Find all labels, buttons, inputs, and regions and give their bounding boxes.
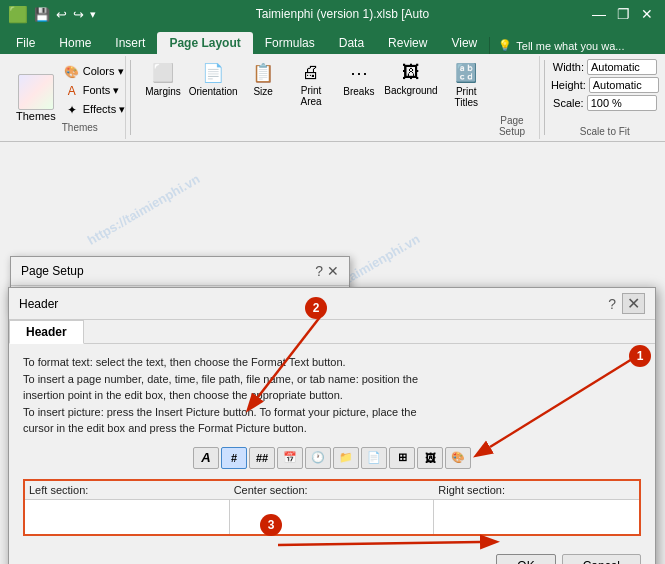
annotation-circle-2: 2: [305, 297, 327, 319]
header-tab[interactable]: Header: [9, 320, 84, 344]
themes-sub-items: 🎨 Colors ▾ A Fonts ▾ ✦ Effects ▾ Themes: [62, 63, 127, 133]
insert-page-number-button[interactable]: #: [221, 447, 247, 469]
colors-button[interactable]: 🎨 Colors ▾: [62, 63, 126, 81]
instruction-line-2: To insert a page number, date, time, fil…: [23, 371, 641, 388]
insert-pages-button[interactable]: ##: [249, 447, 275, 469]
width-row: Width:: [553, 59, 657, 75]
size-label: Size: [253, 86, 272, 97]
margins-label: Margins: [145, 86, 181, 97]
page-setup-buttons: ⬜ Margins 📄 Orientation 📋 Size 🖨 Print A…: [141, 58, 491, 112]
instruction-line-3: insertion point in the edit box, then ch…: [23, 387, 641, 404]
background-label: Background: [384, 85, 437, 96]
format-text-button[interactable]: A: [193, 447, 219, 469]
themes-icon: [18, 74, 54, 110]
effects-button[interactable]: ✦ Effects ▾: [62, 101, 127, 119]
page-setup-help-icon[interactable]: ?: [315, 263, 323, 279]
width-input[interactable]: [587, 59, 657, 75]
tab-review[interactable]: Review: [376, 32, 439, 54]
right-section: Right section:: [434, 481, 639, 534]
header-instructions: To format text: select the text, then ch…: [23, 354, 641, 437]
header-close-icon[interactable]: ✕: [622, 293, 645, 314]
annotation-circle-1: 1: [629, 345, 651, 367]
instruction-line-4: To insert picture: press the Insert Pict…: [23, 404, 641, 421]
format-picture-button[interactable]: 🎨: [445, 447, 471, 469]
window-controls: — ❐ ✕: [589, 6, 657, 22]
left-section-label: Left section:: [25, 481, 230, 499]
insert-tabname-button[interactable]: ⊞: [389, 447, 415, 469]
minimize-button[interactable]: —: [589, 6, 609, 22]
instruction-line-5: cursor in the edit box and press the For…: [23, 420, 641, 437]
time-icon: 🕐: [311, 451, 325, 464]
watermark-1: https://taimienphi.vn: [85, 171, 203, 248]
fonts-button[interactable]: A Fonts ▾: [62, 82, 122, 100]
orientation-button[interactable]: 📄 Orientation: [187, 58, 239, 112]
height-row: Height:: [551, 77, 659, 93]
scale-input[interactable]: [587, 95, 657, 111]
dialog-buttons: OK Cancel: [9, 546, 655, 565]
fonts-icon: A: [64, 83, 80, 99]
print-titles-icon: 🔡: [455, 62, 477, 84]
height-label: Height:: [551, 79, 586, 91]
tab-home[interactable]: Home: [47, 32, 103, 54]
lightbulb-icon: 💡: [498, 39, 512, 52]
margins-button[interactable]: ⬜ Margins: [141, 58, 185, 112]
height-input[interactable]: [589, 77, 659, 93]
page-setup-close-icon[interactable]: ✕: [327, 263, 339, 279]
left-section: Left section:: [25, 481, 230, 534]
page-setup-title-icons: ? ✕: [315, 263, 339, 279]
print-titles-button[interactable]: 🔡 Print Titles: [441, 58, 491, 112]
date-icon: 📅: [283, 451, 297, 464]
effects-icon: ✦: [64, 102, 80, 118]
insert-filename-button[interactable]: 📄: [361, 447, 387, 469]
save-icon[interactable]: 💾: [34, 7, 50, 22]
redo-icon[interactable]: ↪: [73, 7, 84, 22]
print-titles-label: Print Titles: [445, 86, 487, 108]
insert-filepath-button[interactable]: 📁: [333, 447, 359, 469]
close-button[interactable]: ✕: [637, 6, 657, 22]
background-button[interactable]: 🖼 Background: [383, 58, 439, 112]
insert-picture-button[interactable]: 🖼: [417, 447, 443, 469]
themes-button[interactable]: Themes: [10, 70, 62, 126]
tabname-icon: ⊞: [398, 451, 407, 464]
size-button[interactable]: 📋 Size: [241, 58, 285, 112]
undo-icon[interactable]: ↩: [56, 7, 67, 22]
ok-button[interactable]: OK: [496, 554, 555, 565]
breaks-button[interactable]: ⋯ Breaks: [337, 58, 381, 112]
divider-1: [130, 60, 131, 135]
title-bar: 🟩 💾 ↩ ↪ ▾ Taimienphi (version 1).xlsb [A…: [0, 0, 665, 28]
header-dialog-tabs: Header: [9, 320, 655, 344]
instruction-line-1: To format text: select the text, then ch…: [23, 354, 641, 371]
header-toolbar: A # ## 📅 🕐 📁 📄: [23, 447, 641, 469]
left-section-textarea[interactable]: [25, 499, 230, 534]
tab-page-layout[interactable]: Page Layout: [157, 32, 252, 54]
tab-file[interactable]: File: [4, 32, 47, 54]
scale-label: Scale:: [553, 97, 584, 109]
pages-icon: ##: [256, 452, 268, 464]
app-title: Taimienphi (version 1).xlsb [Auto: [96, 7, 589, 21]
header-dialog: Header ? ✕ Header To format text: select…: [8, 287, 656, 564]
right-section-textarea[interactable]: [434, 499, 639, 534]
center-section-label: Center section:: [230, 481, 435, 499]
header-help-icon[interactable]: ?: [608, 296, 616, 312]
tab-view[interactable]: View: [439, 32, 489, 54]
restore-button[interactable]: ❐: [613, 6, 633, 22]
title-bar-left: 🟩 💾 ↩ ↪ ▾: [8, 5, 96, 24]
cancel-button[interactable]: Cancel: [562, 554, 641, 565]
orientation-label: Orientation: [189, 86, 238, 97]
fonts-label: Fonts ▾: [83, 84, 120, 97]
tab-insert[interactable]: Insert: [103, 32, 157, 54]
themes-group: Themes 🎨 Colors ▾ A Fonts ▾ ✦ Effects ▾ …: [4, 56, 126, 139]
page-setup-title: Page Setup: [21, 264, 84, 278]
tell-me-input[interactable]: 💡 Tell me what you wa...: [489, 37, 632, 54]
tab-formulas[interactable]: Formulas: [253, 32, 327, 54]
annotation-circle-3: 3: [260, 514, 282, 536]
insert-time-button[interactable]: 🕐: [305, 447, 331, 469]
header-dialog-body: To format text: select the text, then ch…: [9, 344, 655, 546]
ribbon-tabs: File Home Insert Page Layout Formulas Da…: [0, 28, 665, 54]
tab-data[interactable]: Data: [327, 32, 376, 54]
print-area-button[interactable]: 🖨 Print Area: [287, 58, 335, 112]
insert-date-button[interactable]: 📅: [277, 447, 303, 469]
background-icon: 🖼: [402, 62, 420, 83]
colors-label: Colors ▾: [83, 65, 124, 78]
filename-icon: 📄: [367, 451, 381, 464]
